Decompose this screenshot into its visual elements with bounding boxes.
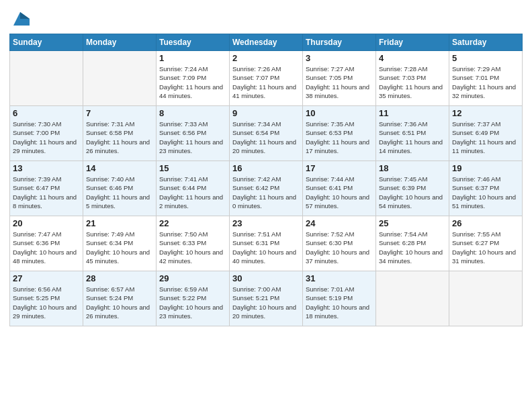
day-cell: 4Sunrise: 7:28 AM Sunset: 7:03 PM Daylig… [376,51,449,106]
day-info: Sunrise: 7:26 AM Sunset: 7:07 PM Dayligh… [232,64,300,100]
day-cell: 8Sunrise: 7:33 AM Sunset: 6:56 PM Daylig… [157,106,230,161]
day-info: Sunrise: 6:56 AM Sunset: 5:25 PM Dayligh… [13,285,80,320]
day-cell: 31Sunrise: 7:01 AM Sunset: 5:19 PM Dayli… [303,271,376,326]
day-cell: 17Sunrise: 7:44 AM Sunset: 6:41 PM Dayli… [303,161,376,216]
day-cell: 2Sunrise: 7:26 AM Sunset: 7:07 PM Daylig… [230,51,303,106]
day-cell: 12Sunrise: 7:37 AM Sunset: 6:49 PM Dayli… [449,106,523,161]
day-info: Sunrise: 7:54 AM Sunset: 6:28 PM Dayligh… [379,230,446,265]
day-cell [83,51,157,106]
day-cell: 3Sunrise: 7:27 AM Sunset: 7:05 PM Daylig… [303,51,376,106]
day-info: Sunrise: 7:30 AM Sunset: 7:00 PM Dayligh… [13,120,80,155]
day-number: 31 [306,273,373,283]
day-cell [376,271,449,326]
week-row-4: 27Sunrise: 6:56 AM Sunset: 5:25 PM Dayli… [10,271,523,326]
calendar-container: SundayMondayTuesdayWednesdayThursdayFrid… [0,0,532,411]
day-info: Sunrise: 7:46 AM Sunset: 6:37 PM Dayligh… [452,175,519,210]
col-header-sunday: Sunday [10,34,83,51]
day-cell: 29Sunrise: 6:59 AM Sunset: 5:22 PM Dayli… [157,271,230,326]
day-info: Sunrise: 7:47 AM Sunset: 6:36 PM Dayligh… [13,230,80,265]
day-info: Sunrise: 7:01 AM Sunset: 5:19 PM Dayligh… [306,285,373,320]
col-header-wednesday: Wednesday [230,34,303,51]
day-info: Sunrise: 7:41 AM Sunset: 6:44 PM Dayligh… [159,175,226,210]
day-number: 9 [232,108,300,118]
day-number: 29 [159,273,226,283]
day-info: Sunrise: 7:49 AM Sunset: 6:34 PM Dayligh… [86,230,153,265]
day-info: Sunrise: 7:24 AM Sunset: 7:09 PM Dayligh… [159,64,226,100]
day-number: 28 [86,273,153,283]
day-cell: 30Sunrise: 7:00 AM Sunset: 5:21 PM Dayli… [230,271,303,326]
day-number: 8 [159,108,226,118]
week-row-3: 20Sunrise: 7:47 AM Sunset: 6:36 PM Dayli… [10,216,523,271]
week-row-2: 13Sunrise: 7:39 AM Sunset: 6:47 PM Dayli… [10,161,523,216]
day-cell: 6Sunrise: 7:30 AM Sunset: 7:00 PM Daylig… [10,106,83,161]
day-cell: 21Sunrise: 7:49 AM Sunset: 6:34 PM Dayli… [83,216,157,271]
logo [9,9,30,28]
day-number: 5 [452,53,519,63]
day-info: Sunrise: 7:51 AM Sunset: 6:31 PM Dayligh… [232,230,300,265]
day-number: 25 [379,218,446,228]
day-number: 4 [379,53,446,63]
day-number: 23 [232,218,300,228]
day-info: Sunrise: 7:34 AM Sunset: 6:54 PM Dayligh… [232,120,300,155]
day-cell: 27Sunrise: 6:56 AM Sunset: 5:25 PM Dayli… [10,271,83,326]
day-cell [10,51,83,106]
svg-marker-1 [20,12,30,19]
day-info: Sunrise: 7:27 AM Sunset: 7:05 PM Dayligh… [306,64,373,100]
logo-icon [11,9,30,28]
day-number: 6 [13,108,80,118]
day-number: 22 [159,218,226,228]
day-cell: 20Sunrise: 7:47 AM Sunset: 6:36 PM Dayli… [10,216,83,271]
week-row-1: 6Sunrise: 7:30 AM Sunset: 7:00 PM Daylig… [10,106,523,161]
day-number: 30 [232,273,300,283]
day-info: Sunrise: 7:33 AM Sunset: 6:56 PM Dayligh… [159,120,226,155]
day-number: 15 [159,163,226,173]
day-cell: 23Sunrise: 7:51 AM Sunset: 6:31 PM Dayli… [230,216,303,271]
day-info: Sunrise: 7:00 AM Sunset: 5:21 PM Dayligh… [232,285,300,320]
col-header-tuesday: Tuesday [157,34,230,51]
day-info: Sunrise: 7:52 AM Sunset: 6:30 PM Dayligh… [306,230,373,265]
day-number: 12 [452,108,519,118]
day-number: 19 [452,163,519,173]
day-number: 11 [379,108,446,118]
day-cell: 13Sunrise: 7:39 AM Sunset: 6:47 PM Dayli… [10,161,83,216]
day-cell: 7Sunrise: 7:31 AM Sunset: 6:58 PM Daylig… [83,106,157,161]
col-header-saturday: Saturday [449,34,523,51]
col-header-thursday: Thursday [303,34,376,51]
day-info: Sunrise: 7:28 AM Sunset: 7:03 PM Dayligh… [379,64,446,100]
day-number: 27 [13,273,80,283]
day-cell: 16Sunrise: 7:42 AM Sunset: 6:42 PM Dayli… [230,161,303,216]
col-header-friday: Friday [376,34,449,51]
col-header-monday: Monday [83,34,157,51]
day-cell: 14Sunrise: 7:40 AM Sunset: 6:46 PM Dayli… [83,161,157,216]
day-cell: 11Sunrise: 7:36 AM Sunset: 6:51 PM Dayli… [376,106,449,161]
day-number: 7 [86,108,153,118]
day-number: 1 [159,53,226,63]
day-number: 17 [306,163,373,173]
day-number: 20 [13,218,80,228]
day-cell: 24Sunrise: 7:52 AM Sunset: 6:30 PM Dayli… [303,216,376,271]
header [9,7,523,28]
day-info: Sunrise: 7:29 AM Sunset: 7:01 PM Dayligh… [452,64,519,100]
day-cell: 18Sunrise: 7:45 AM Sunset: 6:39 PM Dayli… [376,161,449,216]
day-info: Sunrise: 7:50 AM Sunset: 6:33 PM Dayligh… [159,230,226,265]
day-number: 26 [452,218,519,228]
day-number: 2 [232,53,300,63]
day-info: Sunrise: 7:35 AM Sunset: 6:53 PM Dayligh… [306,120,373,155]
day-info: Sunrise: 6:59 AM Sunset: 5:22 PM Dayligh… [159,285,226,320]
day-info: Sunrise: 7:42 AM Sunset: 6:42 PM Dayligh… [232,175,300,210]
day-cell: 28Sunrise: 6:57 AM Sunset: 5:24 PM Dayli… [83,271,157,326]
day-cell: 10Sunrise: 7:35 AM Sunset: 6:53 PM Dayli… [303,106,376,161]
day-cell: 26Sunrise: 7:55 AM Sunset: 6:27 PM Dayli… [449,216,523,271]
day-number: 24 [306,218,373,228]
day-cell: 19Sunrise: 7:46 AM Sunset: 6:37 PM Dayli… [449,161,523,216]
day-cell [449,271,523,326]
day-cell: 15Sunrise: 7:41 AM Sunset: 6:44 PM Dayli… [157,161,230,216]
day-info: Sunrise: 7:31 AM Sunset: 6:58 PM Dayligh… [86,120,153,155]
day-info: Sunrise: 6:57 AM Sunset: 5:24 PM Dayligh… [86,285,153,320]
day-info: Sunrise: 7:36 AM Sunset: 6:51 PM Dayligh… [379,120,446,155]
day-cell: 25Sunrise: 7:54 AM Sunset: 6:28 PM Dayli… [376,216,449,271]
day-cell: 9Sunrise: 7:34 AM Sunset: 6:54 PM Daylig… [230,106,303,161]
day-cell: 22Sunrise: 7:50 AM Sunset: 6:33 PM Dayli… [157,216,230,271]
day-number: 18 [379,163,446,173]
day-number: 13 [13,163,80,173]
